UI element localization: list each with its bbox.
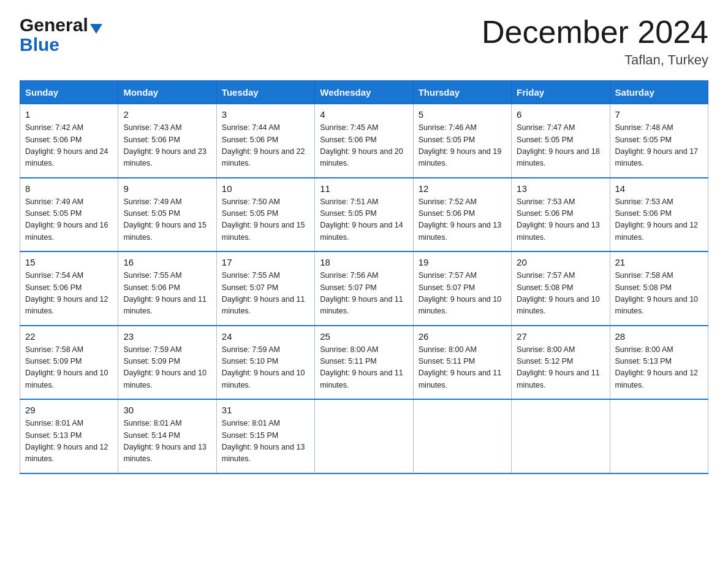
day-number: 17 <box>222 257 309 267</box>
calendar-cell: 30 Sunrise: 8:01 AMSunset: 5:14 PMDaylig… <box>118 399 216 473</box>
day-number: 26 <box>419 331 506 342</box>
calendar-cell: 2 Sunrise: 7:43 AMSunset: 5:06 PMDayligh… <box>118 104 216 178</box>
calendar-cell: 1 Sunrise: 7:42 AMSunset: 5:06 PMDayligh… <box>20 104 118 178</box>
day-info: Sunrise: 8:01 AMSunset: 5:14 PMDaylight:… <box>123 419 207 463</box>
day-info: Sunrise: 7:53 AMSunset: 5:06 PMDaylight:… <box>517 197 600 242</box>
day-info: Sunrise: 7:58 AMSunset: 5:08 PMDaylight:… <box>615 271 699 315</box>
day-number: 21 <box>615 257 703 267</box>
calendar-cell: 14 Sunrise: 7:53 AMSunset: 5:06 PMDaylig… <box>610 178 708 252</box>
day-number: 16 <box>123 257 211 267</box>
calendar-table: SundayMondayTuesdayWednesdayThursdayFrid… <box>20 80 708 474</box>
calendar-cell: 18 Sunrise: 7:56 AMSunset: 5:07 PMDaylig… <box>315 251 413 326</box>
day-number: 7 <box>615 109 703 120</box>
calendar-cell: 22 Sunrise: 7:58 AMSunset: 5:09 PMDaylig… <box>20 326 118 400</box>
weekday-header-saturday: Saturday <box>610 81 708 104</box>
calendar-week-1: 1 Sunrise: 7:42 AMSunset: 5:06 PMDayligh… <box>20 104 708 178</box>
day-info: Sunrise: 7:42 AMSunset: 5:06 PMDaylight:… <box>25 123 108 167</box>
calendar-cell: 9 Sunrise: 7:49 AMSunset: 5:05 PMDayligh… <box>118 178 216 252</box>
day-info: Sunrise: 7:58 AMSunset: 5:09 PMDaylight:… <box>25 345 108 389</box>
calendar-cell: 23 Sunrise: 7:59 AMSunset: 5:09 PMDaylig… <box>118 326 216 400</box>
day-info: Sunrise: 7:53 AMSunset: 5:06 PMDaylight:… <box>615 197 699 242</box>
day-number: 3 <box>222 109 309 120</box>
day-number: 24 <box>222 331 309 342</box>
logo-general: General <box>20 15 88 36</box>
calendar-cell: 15 Sunrise: 7:54 AMSunset: 5:06 PMDaylig… <box>20 251 118 326</box>
day-number: 31 <box>222 405 309 415</box>
day-number: 8 <box>25 183 113 194</box>
day-info: Sunrise: 7:54 AMSunset: 5:06 PMDaylight:… <box>25 271 108 315</box>
weekday-header-tuesday: Tuesday <box>216 81 314 104</box>
day-number: 14 <box>615 183 703 194</box>
calendar-cell: 27 Sunrise: 8:00 AMSunset: 5:12 PMDaylig… <box>512 326 610 400</box>
day-info: Sunrise: 8:00 AMSunset: 5:13 PMDaylight:… <box>615 345 699 389</box>
calendar-cell: 26 Sunrise: 8:00 AMSunset: 5:11 PMDaylig… <box>413 326 511 400</box>
calendar-cell: 31 Sunrise: 8:01 AMSunset: 5:15 PMDaylig… <box>216 399 314 473</box>
day-number: 30 <box>123 405 211 415</box>
calendar-cell <box>315 399 413 473</box>
calendar-cell: 24 Sunrise: 7:59 AMSunset: 5:10 PMDaylig… <box>216 326 314 400</box>
day-info: Sunrise: 8:01 AMSunset: 5:13 PMDaylight:… <box>25 419 108 463</box>
day-number: 6 <box>517 109 604 120</box>
day-number: 15 <box>25 257 113 267</box>
weekday-header-sunday: Sunday <box>20 81 118 104</box>
day-info: Sunrise: 7:51 AMSunset: 5:05 PMDaylight:… <box>320 197 403 242</box>
day-info: Sunrise: 7:43 AMSunset: 5:06 PMDaylight:… <box>123 123 207 167</box>
calendar-cell: 21 Sunrise: 7:58 AMSunset: 5:08 PMDaylig… <box>610 251 708 326</box>
page-header: General Blue December 2024 Taflan, Turke… <box>20 15 708 68</box>
calendar-cell: 13 Sunrise: 7:53 AMSunset: 5:06 PMDaylig… <box>512 178 610 252</box>
day-number: 10 <box>222 183 309 194</box>
calendar-cell: 7 Sunrise: 7:48 AMSunset: 5:05 PMDayligh… <box>610 104 708 178</box>
day-info: Sunrise: 7:57 AMSunset: 5:08 PMDaylight:… <box>517 271 600 315</box>
calendar-cell: 16 Sunrise: 7:55 AMSunset: 5:06 PMDaylig… <box>118 251 216 326</box>
day-number: 20 <box>517 257 604 267</box>
weekday-header-friday: Friday <box>512 81 610 104</box>
logo: General Blue <box>20 15 102 54</box>
calendar-cell: 4 Sunrise: 7:45 AMSunset: 5:06 PMDayligh… <box>315 104 413 178</box>
calendar-week-4: 22 Sunrise: 7:58 AMSunset: 5:09 PMDaylig… <box>20 326 708 400</box>
calendar-cell <box>610 399 708 473</box>
day-info: Sunrise: 7:49 AMSunset: 5:05 PMDaylight:… <box>25 197 108 242</box>
day-info: Sunrise: 8:00 AMSunset: 5:12 PMDaylight:… <box>517 345 600 389</box>
day-number: 4 <box>320 109 408 120</box>
day-info: Sunrise: 8:00 AMSunset: 5:11 PMDaylight:… <box>419 345 502 389</box>
calendar-cell: 29 Sunrise: 8:01 AMSunset: 5:13 PMDaylig… <box>20 399 118 473</box>
day-number: 13 <box>517 183 604 194</box>
day-number: 12 <box>419 183 506 194</box>
calendar-week-3: 15 Sunrise: 7:54 AMSunset: 5:06 PMDaylig… <box>20 251 708 326</box>
day-info: Sunrise: 7:46 AMSunset: 5:05 PMDaylight:… <box>419 123 502 167</box>
calendar-cell: 3 Sunrise: 7:44 AMSunset: 5:06 PMDayligh… <box>216 104 314 178</box>
day-info: Sunrise: 7:56 AMSunset: 5:07 PMDaylight:… <box>320 271 403 315</box>
day-info: Sunrise: 7:49 AMSunset: 5:05 PMDaylight:… <box>123 197 207 242</box>
calendar-cell: 10 Sunrise: 7:50 AMSunset: 5:05 PMDaylig… <box>216 178 314 252</box>
day-number: 2 <box>123 109 211 120</box>
day-number: 5 <box>419 109 506 120</box>
calendar-cell: 28 Sunrise: 8:00 AMSunset: 5:13 PMDaylig… <box>610 326 708 400</box>
calendar-cell: 11 Sunrise: 7:51 AMSunset: 5:05 PMDaylig… <box>315 178 413 252</box>
calendar-cell: 6 Sunrise: 7:47 AMSunset: 5:05 PMDayligh… <box>512 104 610 178</box>
logo-triangle-icon <box>90 24 102 34</box>
weekday-header-monday: Monday <box>118 81 216 104</box>
calendar-cell: 12 Sunrise: 7:52 AMSunset: 5:06 PMDaylig… <box>413 178 511 252</box>
logo-blue: Blue <box>20 36 59 54</box>
day-number: 1 <box>25 109 113 120</box>
location-title: Taflan, Turkey <box>482 52 708 68</box>
calendar-cell: 25 Sunrise: 8:00 AMSunset: 5:11 PMDaylig… <box>315 326 413 400</box>
day-info: Sunrise: 7:45 AMSunset: 5:06 PMDaylight:… <box>320 123 403 167</box>
weekday-header-thursday: Thursday <box>413 81 511 104</box>
day-info: Sunrise: 7:52 AMSunset: 5:06 PMDaylight:… <box>419 197 502 242</box>
calendar-cell <box>413 399 511 473</box>
day-number: 23 <box>123 331 211 342</box>
day-info: Sunrise: 7:59 AMSunset: 5:10 PMDaylight:… <box>222 345 305 389</box>
calendar-week-2: 8 Sunrise: 7:49 AMSunset: 5:05 PMDayligh… <box>20 178 708 252</box>
calendar-cell: 17 Sunrise: 7:55 AMSunset: 5:07 PMDaylig… <box>216 251 314 326</box>
calendar-header: SundayMondayTuesdayWednesdayThursdayFrid… <box>20 81 708 104</box>
day-number: 27 <box>517 331 604 342</box>
day-number: 18 <box>320 257 408 267</box>
day-number: 29 <box>25 405 113 415</box>
title-area: December 2024 Taflan, Turkey <box>482 15 708 68</box>
day-number: 25 <box>320 331 408 342</box>
day-info: Sunrise: 8:01 AMSunset: 5:15 PMDaylight:… <box>222 419 305 463</box>
month-title: December 2024 <box>482 15 708 50</box>
day-info: Sunrise: 7:44 AMSunset: 5:06 PMDaylight:… <box>222 123 305 167</box>
day-info: Sunrise: 7:50 AMSunset: 5:05 PMDaylight:… <box>222 197 305 242</box>
